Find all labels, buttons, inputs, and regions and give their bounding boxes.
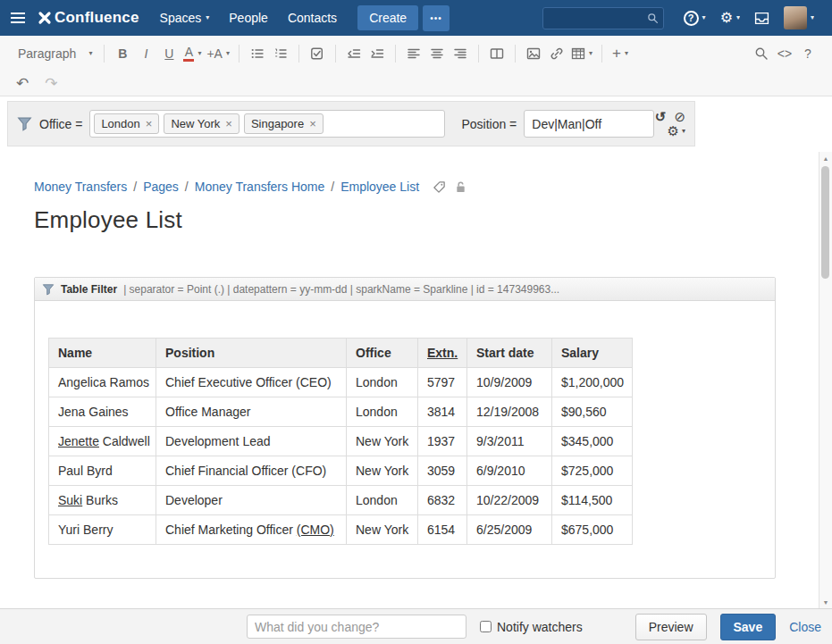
align-right-button[interactable] bbox=[449, 42, 472, 65]
table-cell: London bbox=[347, 486, 418, 515]
toolbar-separator bbox=[515, 45, 516, 63]
scrollbar-up-arrow[interactable]: ▲ bbox=[819, 152, 832, 164]
breadcrumb-link[interactable]: Employee List bbox=[340, 180, 419, 194]
filter-tag: Singapore× bbox=[244, 113, 324, 134]
notify-watchers-label: Notify watchers bbox=[497, 620, 583, 634]
italic-button[interactable]: I bbox=[134, 42, 157, 65]
chevron-down-icon: ▾ bbox=[702, 14, 706, 21]
restrictions-lock-icon[interactable] bbox=[455, 180, 466, 194]
text-color-icon: A bbox=[183, 46, 194, 62]
indent-button[interactable] bbox=[366, 42, 389, 65]
scrollbar-thumb[interactable] bbox=[821, 166, 829, 279]
chevron-down-icon: ▾ bbox=[811, 14, 814, 21]
settings-menu[interactable]: ⚙ ▾ bbox=[720, 11, 740, 25]
table-cell: 1937 bbox=[418, 427, 467, 456]
breadcrumb-link[interactable]: Money Transfers Home bbox=[195, 180, 325, 194]
confluence-logo[interactable]: Confluence bbox=[38, 9, 139, 27]
search-icon[interactable] bbox=[647, 13, 659, 24]
filter-funnel-icon bbox=[17, 116, 32, 131]
bullet-list-button[interactable] bbox=[246, 42, 269, 65]
vertical-scrollbar[interactable]: ▲ ▼ bbox=[819, 152, 832, 608]
more-actions-button[interactable]: ••• bbox=[423, 5, 450, 31]
more-formatting-dropdown[interactable]: +A▾ bbox=[204, 42, 232, 65]
office-tag-input[interactable]: London×New York×Singapore× bbox=[89, 110, 445, 138]
breadcrumb-link[interactable]: Pages bbox=[143, 180, 179, 194]
table-cell: Angelica Ramos bbox=[49, 368, 156, 397]
user-menu[interactable]: ▾ bbox=[784, 6, 814, 29]
scrollbar-down-arrow[interactable]: ▼ bbox=[819, 596, 832, 608]
chevron-down-icon: ▾ bbox=[589, 50, 592, 57]
help-menu[interactable]: ? ▾ bbox=[684, 11, 706, 26]
source-editor-button[interactable]: <> bbox=[773, 42, 796, 65]
notifications-tray-icon bbox=[754, 12, 769, 25]
nav-spaces[interactable]: Spaces▾ bbox=[150, 0, 220, 36]
confluence-logo-text: Confluence bbox=[55, 9, 139, 27]
close-link[interactable]: Close bbox=[789, 620, 821, 634]
notifications-button[interactable] bbox=[754, 12, 769, 25]
search-box bbox=[542, 7, 664, 29]
nav-contacts[interactable]: Contacts bbox=[278, 0, 347, 36]
table-cell: London bbox=[347, 397, 418, 427]
insert-files-button[interactable] bbox=[522, 42, 545, 65]
find-replace-button[interactable] bbox=[750, 42, 773, 65]
table-cell: Chief Executive Officer (CEO) bbox=[156, 368, 347, 397]
hamburger-menu-icon[interactable] bbox=[7, 6, 30, 29]
align-right-icon bbox=[453, 46, 467, 61]
insert-more-dropdown[interactable]: +▾ bbox=[609, 42, 632, 65]
search-input[interactable] bbox=[542, 7, 664, 29]
table-cell: 10/22/2009 bbox=[467, 486, 552, 515]
plus-icon: + bbox=[612, 45, 621, 63]
disable-filter-button[interactable]: ⊘ bbox=[674, 110, 685, 123]
remove-tag-icon[interactable]: × bbox=[225, 118, 232, 130]
table-dropdown[interactable]: ▾ bbox=[568, 42, 595, 65]
text-color-dropdown[interactable]: A ▾ bbox=[181, 42, 204, 65]
undo-button[interactable]: ↶ bbox=[16, 76, 29, 91]
labels-icon[interactable] bbox=[433, 180, 446, 194]
notify-watchers-control[interactable]: Notify watchers bbox=[480, 620, 583, 634]
remove-tag-icon[interactable]: × bbox=[146, 118, 153, 130]
reset-filter-button[interactable]: ↺ bbox=[655, 110, 667, 123]
table-row: Paul ByrdChief Financial Officer (CFO)Ne… bbox=[49, 456, 633, 486]
breadcrumb-separator: / bbox=[331, 180, 334, 194]
insert-link-button[interactable] bbox=[545, 42, 568, 65]
paragraph-style-dropdown[interactable]: Paragraph▾ bbox=[13, 42, 97, 65]
preview-button[interactable]: Preview bbox=[635, 614, 707, 640]
chevron-down-icon: ▾ bbox=[625, 50, 628, 57]
page-layout-button[interactable] bbox=[485, 42, 508, 65]
numbered-list-button[interactable] bbox=[269, 42, 292, 65]
create-button[interactable]: Create bbox=[357, 5, 418, 30]
editor-help-button[interactable]: ? bbox=[796, 42, 819, 65]
find-icon bbox=[754, 46, 769, 61]
column-header: Salary bbox=[552, 339, 633, 368]
notify-watchers-checkbox[interactable] bbox=[480, 621, 492, 632]
breadcrumb-link[interactable]: Money Transfers bbox=[34, 180, 127, 194]
chevron-down-icon: ▾ bbox=[736, 14, 740, 21]
macro-header[interactable]: Table Filter | separator = Point (.) | d… bbox=[35, 278, 775, 301]
table-row: Jena GainesOffice ManagerLondon381412/19… bbox=[49, 397, 633, 427]
table-cell: Jena Gaines bbox=[49, 397, 156, 427]
confluence-logo-icon bbox=[38, 11, 52, 25]
task-list-icon bbox=[310, 46, 324, 61]
position-filter-input[interactable] bbox=[524, 110, 654, 138]
save-button[interactable]: Save bbox=[720, 614, 777, 640]
align-center-button[interactable] bbox=[425, 42, 449, 65]
breadcrumb-links: Money Transfers/Pages/Money Transfers Ho… bbox=[34, 180, 419, 194]
bold-button[interactable]: B bbox=[111, 42, 134, 65]
gear-icon: ⚙ bbox=[668, 124, 679, 138]
table-cell: New York bbox=[347, 515, 418, 545]
table-cell: 3059 bbox=[418, 456, 467, 486]
version-comment-input[interactable] bbox=[247, 615, 466, 639]
filter-settings-dropdown[interactable]: ⚙▾ bbox=[668, 124, 685, 138]
outdent-button[interactable] bbox=[342, 42, 366, 65]
nav-people[interactable]: People bbox=[219, 0, 278, 36]
remove-tag-icon[interactable]: × bbox=[309, 118, 316, 130]
filter-actions: ↺ ⊘ ⚙▾ bbox=[655, 110, 685, 138]
align-left-button[interactable] bbox=[402, 42, 425, 65]
toolbar-separator bbox=[104, 45, 105, 63]
redo-button[interactable]: ↷ bbox=[45, 76, 57, 91]
position-filter-label: Position = bbox=[461, 117, 517, 131]
underline-button[interactable]: U bbox=[157, 42, 181, 65]
chevron-down-icon: ▾ bbox=[206, 14, 209, 21]
table-cell: Chief Financial Officer (CFO) bbox=[156, 456, 347, 486]
task-list-button[interactable] bbox=[306, 42, 329, 65]
